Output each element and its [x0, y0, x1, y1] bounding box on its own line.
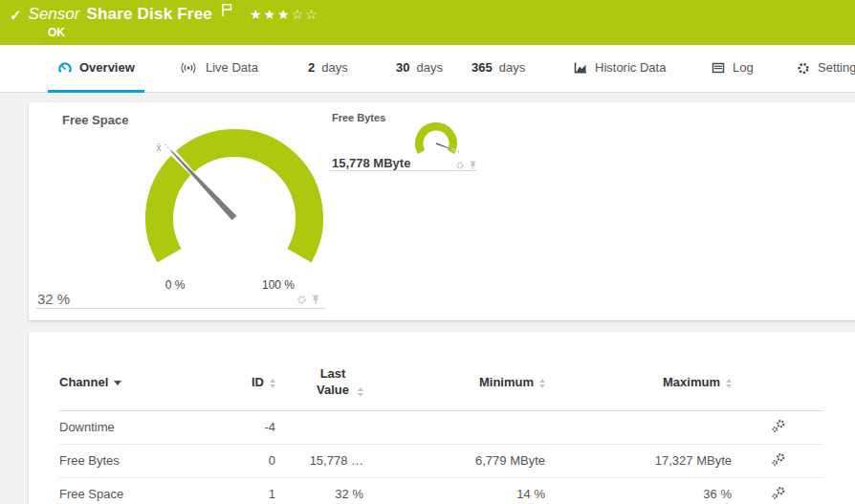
gauges-panel: Free Space x̄ 0 % 100 % 32 %: [29, 102, 855, 320]
primary-gauge-max-label: 100 %: [257, 278, 299, 292]
cell-minimum: 14 %: [363, 477, 545, 504]
sort-icon: [539, 379, 545, 388]
cell-maximum: 36 %: [545, 477, 732, 504]
primary-gauge: x̄: [91, 103, 378, 314]
cell-last-value: 15,778 …: [275, 444, 363, 477]
cell-last-value: [275, 410, 363, 444]
sensor-title: Share Disk Free: [86, 5, 212, 24]
area-chart-icon: [573, 60, 588, 76]
star-empty-icon: ☆: [305, 7, 319, 22]
tab-log[interactable]: Log: [701, 45, 763, 90]
prtg-sensor-overview-page: ✓ Sensor Share Disk Free ★★★☆☆ OK Overvi…: [0, 0, 855, 504]
live-data-icon: [178, 60, 199, 76]
cell-last-value: 32 %: [275, 477, 363, 504]
channels-panel: Channel ID Last Value Minimum Maximum: [29, 332, 855, 504]
cell-channel[interactable]: Free Bytes: [59, 444, 193, 477]
edit-channel-icon[interactable]: [771, 452, 786, 467]
gauge-icon: [57, 60, 73, 76]
priority-rating[interactable]: ★★★☆☆: [250, 7, 319, 22]
cell-id: 1: [193, 477, 275, 504]
primary-gauge-value: 32 %: [37, 291, 70, 307]
cell-actions: [732, 477, 824, 504]
table-header-row: Channel ID Last Value Minimum Maximum: [59, 361, 824, 410]
edit-channel-icon[interactable]: [771, 486, 786, 500]
column-header-actions: [732, 361, 824, 410]
secondary-gauge-value: 15,778 MByte: [332, 156, 410, 170]
column-header-channel[interactable]: Channel: [59, 361, 193, 410]
cell-actions: [732, 410, 824, 444]
sensor-status-header: ✓ Sensor Share Disk Free ★★★☆☆ OK: [0, 0, 855, 45]
gear-icon: [796, 60, 811, 76]
column-header-last-value[interactable]: Last Value: [275, 361, 363, 410]
sort-icon: [726, 379, 732, 388]
channels-table: Channel ID Last Value Minimum Maximum: [59, 361, 824, 504]
secondary-cell-divider: [330, 170, 476, 171]
star-empty-icon: ☆: [292, 7, 306, 22]
gauge-settings-icon[interactable]: [455, 161, 465, 170]
tab-2-days[interactable]: 2 days: [298, 45, 358, 90]
sort-icon: [358, 387, 363, 397]
cell-channel[interactable]: Free Space: [59, 477, 193, 504]
column-header-minimum[interactable]: Minimum: [363, 361, 545, 410]
table-row: Downtime -4: [59, 410, 824, 444]
secondary-gauge-title: Free Bytes: [332, 112, 385, 123]
flag-icon[interactable]: [221, 3, 233, 21]
table-row: Free Space 1 32 % 14 % 36 %: [59, 477, 824, 504]
average-marker: x̄: [157, 142, 162, 153]
cell-maximum: 17,327 MByte: [545, 444, 732, 477]
cell-minimum: 6,779 MByte: [363, 444, 545, 477]
tab-30-days[interactable]: 30 days: [386, 45, 452, 90]
cell-channel[interactable]: Downtime: [59, 410, 193, 444]
cell-id: -4: [193, 410, 275, 444]
star-filled-icon: ★: [250, 7, 264, 22]
column-header-maximum[interactable]: Maximum: [545, 361, 732, 410]
log-list-icon: [711, 60, 726, 76]
edit-channel-icon[interactable]: [771, 419, 786, 433]
cell-maximum: [545, 410, 732, 444]
ok-check-icon: ✓: [10, 8, 22, 22]
status-badge: OK: [48, 26, 65, 39]
tab-overview[interactable]: Overview: [48, 45, 144, 93]
column-header-id[interactable]: ID: [193, 361, 275, 410]
primary-cell-divider: [36, 308, 325, 309]
tab-settings[interactable]: Settings: [786, 45, 855, 90]
table-row: Free Bytes 0 15,778 … 6,779 MByte 17,327…: [59, 444, 824, 477]
tab-365-days[interactable]: 365 days: [462, 45, 535, 90]
pin-icon[interactable]: [469, 161, 477, 170]
sensor-tabbar: Overview Live Data 2 days 30 days 365 da…: [0, 45, 855, 93]
star-filled-icon: ★: [264, 7, 278, 22]
primary-gauge-actions: [296, 295, 320, 305]
cell-minimum: [363, 410, 545, 444]
cell-id: 0: [193, 444, 275, 477]
star-filled-icon: ★: [277, 7, 292, 22]
primary-gauge-min-label: 0 %: [154, 278, 196, 292]
pin-icon[interactable]: [311, 295, 320, 305]
cell-actions: [732, 444, 824, 477]
tab-historic-data[interactable]: Historic Data: [563, 45, 675, 90]
sort-icon: [270, 379, 275, 388]
object-kind-label: Sensor: [29, 5, 80, 24]
secondary-gauge-actions: [455, 161, 477, 170]
sort-desc-icon: [114, 381, 121, 385]
tab-live-data[interactable]: Live Data: [168, 45, 268, 90]
gauge-settings-icon[interactable]: [296, 295, 307, 305]
